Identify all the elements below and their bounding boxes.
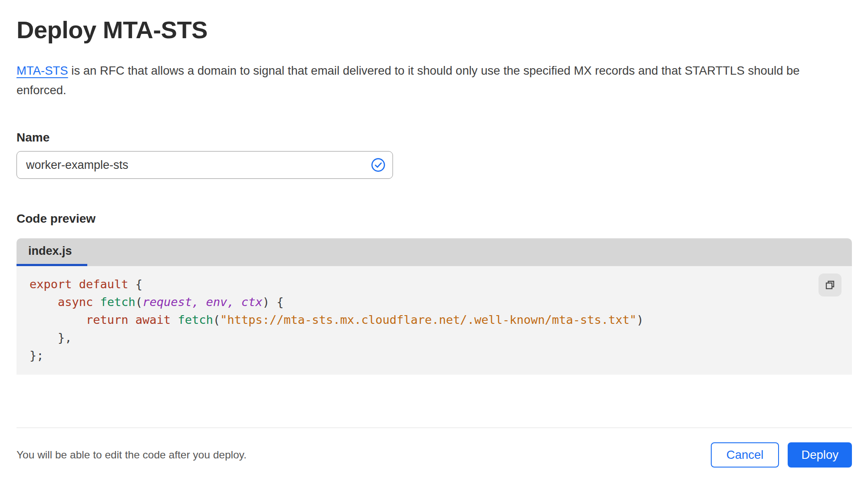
footer-note: You will be able to edit the code after … bbox=[17, 449, 247, 461]
name-label: Name bbox=[17, 130, 852, 145]
tab-index-js[interactable]: index.js bbox=[17, 238, 87, 266]
code-area: export default { async fetch(request, en… bbox=[17, 266, 852, 375]
footer-actions: Cancel Deploy bbox=[711, 442, 852, 468]
page-title: Deploy MTA-STS bbox=[17, 16, 852, 43]
code-preview-label: Code preview bbox=[17, 211, 852, 226]
deploy-button[interactable]: Deploy bbox=[788, 442, 852, 468]
mta-sts-link[interactable]: MTA-STS bbox=[17, 64, 68, 77]
copy-button[interactable] bbox=[818, 273, 842, 296]
cancel-button[interactable]: Cancel bbox=[711, 442, 779, 468]
description-text: is an RFC that allows a domain to signal… bbox=[17, 64, 800, 97]
tab-bar: index.js bbox=[17, 238, 852, 266]
tab-label: index.js bbox=[28, 244, 72, 258]
deploy-mta-sts-page: Deploy MTA-STS MTA-STS is an RFC that al… bbox=[0, 16, 868, 468]
code-content: export default { async fetch(request, en… bbox=[17, 266, 852, 364]
footer: You will be able to edit the code after … bbox=[17, 428, 852, 468]
name-input[interactable] bbox=[17, 151, 393, 179]
description: MTA-STS is an RFC that allows a domain t… bbox=[17, 61, 847, 100]
code-editor: index.js export default { async fetch(re… bbox=[17, 238, 852, 375]
copy-icon bbox=[824, 279, 836, 291]
name-input-wrapper bbox=[17, 151, 393, 179]
